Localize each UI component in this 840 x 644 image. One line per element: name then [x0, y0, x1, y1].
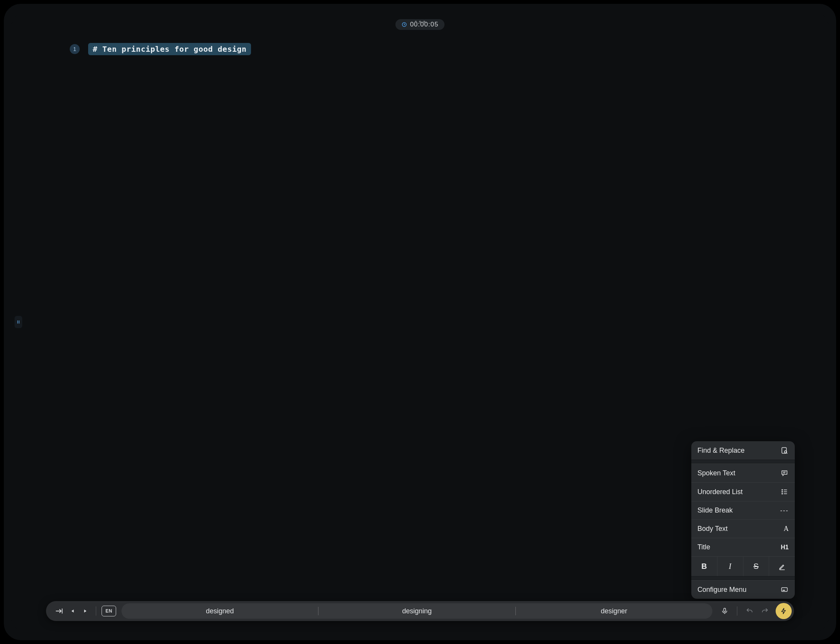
bold-button[interactable]: B — [691, 557, 717, 576]
menu-item-configure-menu[interactable]: Configure Menu — [691, 580, 795, 599]
menu-item-body-text[interactable]: Body Text A — [691, 519, 795, 538]
menu-item-label: Configure Menu — [697, 586, 746, 594]
strikethrough-button[interactable]: S — [743, 557, 769, 576]
menu-item-label: Body Text — [697, 525, 728, 533]
menu-item-unordered-list[interactable]: Unordered List — [691, 482, 795, 501]
microphone-icon — [721, 607, 728, 615]
menu-item-label: Title — [697, 543, 710, 551]
menu-item-find-replace[interactable]: Find & Replace — [691, 441, 795, 460]
title-badge: H1 — [781, 544, 789, 551]
tab-indent-icon — [55, 607, 63, 615]
clock-icon — [402, 22, 407, 27]
recording-timer-pill[interactable]: 00:00:05 — [395, 19, 445, 30]
undo-button[interactable] — [743, 604, 756, 618]
menu-item-label: Find & Replace — [697, 447, 745, 455]
svg-rect-6 — [782, 588, 788, 591]
suggestion-3[interactable]: designer — [516, 607, 712, 615]
triangle-left-icon — [70, 608, 75, 614]
keyboard-language-label: EN — [105, 608, 112, 614]
svg-point-3 — [782, 490, 783, 490]
svg-rect-8 — [724, 608, 726, 612]
menu-item-spoken-text[interactable]: Spoken Text — [691, 463, 795, 482]
keyboard-accessory-bar: EN designed designing designer — [46, 601, 794, 621]
quick-actions-fab[interactable] — [776, 603, 792, 619]
menu-item-label: Unordered List — [697, 488, 743, 496]
configure-menu-icon — [780, 585, 789, 594]
editor-line-1-text[interactable]: # Ten principles for good design — [93, 44, 246, 54]
cursor-right-button[interactable] — [80, 604, 90, 618]
recording-timer-text: 00:00:05 — [410, 21, 438, 28]
menu-item-slide-break[interactable]: Slide Break --- — [691, 501, 795, 519]
format-actions-popover: Find & Replace Spoken Text — [691, 441, 795, 599]
italic-button[interactable]: I — [717, 557, 743, 576]
highlighter-icon — [778, 563, 786, 570]
suggestion-strip: designed designing designer — [121, 603, 712, 619]
find-replace-icon — [780, 446, 789, 455]
highlight-button[interactable] — [769, 557, 795, 576]
suggestion-1[interactable]: designed — [121, 607, 318, 615]
sidebar-collapse-handle[interactable] — [15, 316, 22, 328]
menu-item-label: Spoken Text — [697, 469, 735, 477]
lightning-icon — [780, 608, 787, 614]
keyboard-language-button[interactable]: EN — [102, 606, 116, 616]
svg-rect-1 — [782, 448, 786, 453]
speech-bubble-icon — [780, 469, 789, 477]
line-number-1: 1 — [70, 44, 80, 54]
separator — [737, 606, 737, 616]
menu-item-title[interactable]: Title H1 — [691, 538, 795, 556]
svg-point-4 — [782, 491, 783, 492]
redo-button[interactable] — [758, 604, 772, 618]
body-text-badge: A — [784, 525, 789, 533]
line-number-gutter: 1 — [70, 44, 80, 54]
slide-break-badge: --- — [780, 507, 789, 514]
svg-rect-7 — [783, 590, 785, 591]
separator — [96, 606, 96, 616]
suggestion-2[interactable]: designing — [318, 607, 515, 615]
undo-icon — [746, 607, 753, 615]
dictation-button[interactable] — [718, 604, 732, 618]
triangle-right-icon — [82, 608, 88, 614]
list-bullets-icon — [780, 488, 789, 496]
cursor-left-button[interactable] — [67, 604, 78, 618]
tab-indent-button[interactable] — [52, 604, 66, 618]
redo-icon — [761, 607, 769, 615]
svg-point-5 — [782, 493, 783, 494]
menu-item-label: Slide Break — [697, 506, 733, 514]
editor-line-1-selection[interactable]: # Ten principles for good design — [88, 43, 251, 55]
